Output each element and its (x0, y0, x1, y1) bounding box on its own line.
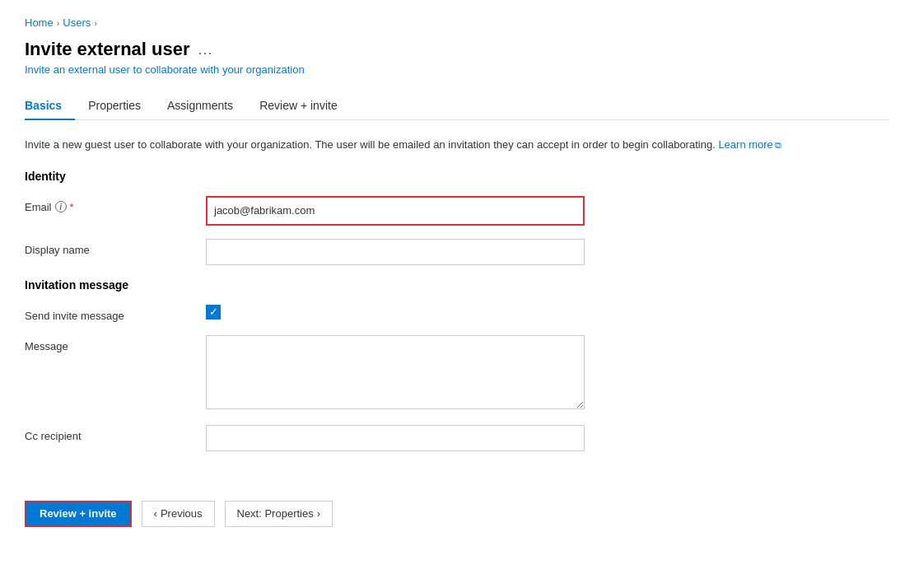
email-row: Email i * (25, 196, 889, 226)
send-invite-label: Send invite message (25, 305, 206, 322)
footer-actions: Review + invite ‹ Previous Next: Propert… (25, 484, 889, 527)
message-row: Message (25, 335, 889, 412)
send-invite-control: ✓ (206, 305, 585, 320)
breadcrumb: Home › Users › (25, 16, 889, 29)
chevron-left-icon: ‹ (154, 507, 157, 520)
email-info-icon[interactable]: i (55, 201, 67, 212)
cc-input[interactable] (206, 425, 585, 451)
display-name-control (206, 239, 585, 265)
tab-properties[interactable]: Properties (75, 92, 154, 120)
send-invite-row: Send invite message ✓ (25, 305, 889, 322)
learn-more-link[interactable]: Learn more⧉ (718, 138, 781, 151)
email-control (206, 196, 585, 226)
message-control (206, 335, 585, 412)
breadcrumb-sep-1: › (57, 18, 60, 28)
tab-review-invite[interactable]: Review + invite (246, 92, 351, 120)
message-label: Message (25, 335, 206, 352)
cc-control (206, 425, 585, 451)
description-text: Invite a new guest user to collaborate w… (25, 137, 889, 153)
breadcrumb-sep-2: › (94, 18, 97, 28)
cc-label: Cc recipient (25, 425, 206, 442)
review-invite-button[interactable]: Review + invite (25, 501, 132, 527)
display-name-row: Display name (25, 239, 889, 265)
display-name-input[interactable] (206, 239, 585, 265)
email-label: Email i * (25, 196, 206, 213)
page-subtitle: Invite an external user to collaborate w… (25, 63, 889, 76)
tab-assignments[interactable]: Assignments (154, 92, 246, 120)
send-invite-checkbox[interactable]: ✓ (206, 305, 221, 320)
checkmark-icon: ✓ (209, 306, 218, 317)
page-title: Invite external user (25, 39, 190, 60)
breadcrumb-users[interactable]: Users (63, 16, 91, 29)
previous-button[interactable]: ‹ Previous (142, 501, 215, 527)
message-input[interactable] (206, 335, 585, 409)
tabs-nav: Basics Properties Assignments Review + i… (25, 92, 889, 120)
next-button[interactable]: Next: Properties › (225, 501, 333, 527)
page-title-row: Invite external user ... (25, 39, 889, 60)
display-name-label: Display name (25, 239, 206, 256)
external-link-icon: ⧉ (775, 140, 781, 150)
more-options-icon[interactable]: ... (198, 41, 213, 58)
email-required-indicator: * (70, 201, 74, 213)
tab-basics[interactable]: Basics (25, 92, 75, 120)
email-input-wrapper (206, 196, 585, 226)
identity-section-title: Identity (25, 170, 889, 183)
invitation-section-title: Invitation message (25, 278, 889, 292)
email-input[interactable] (208, 198, 583, 224)
breadcrumb-home[interactable]: Home (25, 16, 54, 29)
chevron-right-icon: › (317, 507, 320, 520)
cc-row: Cc recipient (25, 425, 889, 451)
